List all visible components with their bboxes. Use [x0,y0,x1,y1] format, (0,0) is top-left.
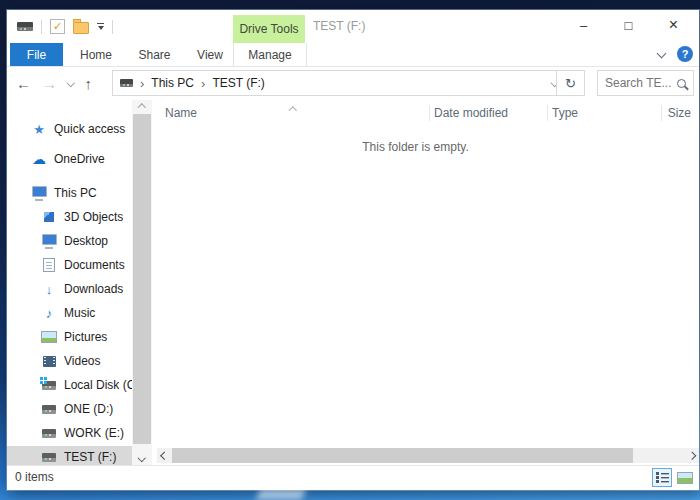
address-box[interactable]: › This PC › TEST (F:) [112,70,566,96]
horizontal-scrollbar[interactable] [157,448,699,463]
sidebar-item-label: OneDrive [54,152,105,166]
close-button[interactable]: × [651,10,696,40]
status-bar: 0 items [7,465,699,490]
file-explorer-window: ✓ Drive Tools TEST (F:) – □ × File Home … [7,10,699,490]
sidebar-item-downloads[interactable]: ↓ Downloads [7,278,132,300]
sidebar-item-this-pc[interactable]: This PC [7,182,132,204]
address-bar-row: ← → ↑ › This PC › TEST (F:) ↻ [7,67,699,99]
sidebar-item-music[interactable]: ♪ Music [7,302,132,324]
column-header-date-modified[interactable]: Date modified [430,100,547,126]
back-button[interactable]: ← [16,76,31,91]
refresh-button[interactable]: ↻ [556,70,585,96]
picture-icon [41,331,57,343]
sidebar-item-label: ONE (D:) [64,402,113,416]
thumbnails-view-button[interactable] [675,468,695,487]
drive-icon [41,453,57,462]
sidebar-item-documents[interactable]: Documents [7,254,132,276]
help-button[interactable]: ? [677,46,693,62]
film-icon [41,356,57,367]
star-icon: ★ [31,123,47,136]
breadcrumb-test-drive[interactable]: TEST (F:) [212,76,264,90]
tab-share[interactable]: Share [127,43,182,66]
download-arrow-icon: ↓ [41,283,57,296]
column-header-row: Name Date modified Type Size [157,100,699,126]
details-view-button[interactable] [652,468,672,487]
forward-button[interactable]: → [42,76,57,91]
main-area: ★ Quick access ☁ OneDrive This PC 3D Obj… [7,100,699,466]
title-bar: ✓ Drive Tools TEST (F:) – □ × [7,10,699,43]
breadcrumb-this-pc[interactable]: This PC [151,76,194,90]
scroll-down-button[interactable] [132,451,152,464]
chevron-right-icon [688,452,696,460]
up-button[interactable]: ↑ [85,76,93,91]
drive-icon [120,79,133,87]
sidebar-item-videos[interactable]: Videos [7,350,132,372]
search-icon[interactable] [677,79,686,88]
items-count: 0 items [15,470,54,484]
sidebar-item-label: WORK (E:) [64,426,124,440]
column-header-type[interactable]: Type [548,100,661,126]
chevron-left-icon [161,452,169,460]
recent-locations-chevron-icon[interactable] [67,79,75,87]
new-folder-button[interactable] [73,22,89,34]
monitor-icon [31,186,47,200]
document-icon [41,258,57,272]
chevron-up-icon [138,104,146,112]
search-input[interactable] [598,76,677,90]
sidebar-item-label: Local Disk (C:) [64,378,143,392]
navigation-buttons: ← → ↑ [16,67,92,99]
scroll-right-button[interactable] [684,453,699,459]
minimize-ribbon-chevron-icon[interactable] [657,49,667,59]
sidebar-item-label: Pictures [64,330,107,344]
customize-toolbar-dropdown[interactable] [97,23,104,31]
chevron-down-icon [138,454,146,462]
drive-icon [41,405,57,414]
sidebar-item-one-d[interactable]: ONE (D:) [7,398,132,420]
thumbnail-icon [677,472,693,484]
properties-button[interactable]: ✓ [50,19,65,34]
scrollbar-thumb[interactable] [172,448,633,463]
drive-icon [17,22,33,31]
sidebar-item-label: Documents [64,258,125,272]
chevron-down-icon [98,26,104,30]
sidebar-item-label: Videos [64,354,100,368]
sidebar-item-3d-objects[interactable]: 3D Objects [7,206,132,228]
sidebar-item-work-e[interactable]: WORK (E:) [7,422,132,444]
ribbon-tab-row: File Home Share View Manage ? [7,43,699,67]
bar-icon [97,23,104,25]
toolbar-separator [41,20,42,34]
cloud-icon: ☁ [31,152,47,166]
sidebar-item-pictures[interactable]: Pictures [7,326,132,348]
sidebar-item-onedrive[interactable]: ☁ OneDrive [7,148,132,170]
cube-icon [41,212,57,222]
sidebar-item-label: Quick access [54,122,125,136]
sort-ascending-icon [290,102,296,116]
drive-tools-contextual-tab[interactable]: Drive Tools [233,15,305,43]
breadcrumb-chevron-icon[interactable]: › [201,76,205,91]
sidebar-item-label: Downloads [64,282,123,296]
scroll-left-button[interactable] [157,453,172,459]
scrollbar-thumb[interactable] [133,114,151,444]
maximize-button[interactable]: □ [606,10,651,40]
tab-home[interactable]: Home [67,43,125,66]
sidebar-item-label: Desktop [64,234,108,248]
tab-manage[interactable]: Manage [233,43,307,66]
tab-view[interactable]: View [184,43,236,66]
scrollbar-track[interactable] [172,448,684,463]
window-controls: – □ × [561,10,696,40]
sidebar-item-local-disk-c[interactable]: Local Disk (C:) [7,374,132,396]
column-header-size[interactable]: Size [662,100,699,126]
sidebar-scrollbar[interactable] [132,100,152,466]
scroll-up-button[interactable] [132,101,152,114]
sidebar-item-quick-access[interactable]: ★ Quick access [7,118,132,140]
windows-drive-icon [41,381,57,390]
tab-file[interactable]: File [10,43,63,66]
drive-icon [41,429,57,438]
music-note-icon: ♪ [41,307,57,320]
sidebar-item-label: 3D Objects [64,210,123,224]
sidebar-item-desktop[interactable]: Desktop [7,230,132,252]
sidebar-item-label: This PC [54,186,97,200]
breadcrumb-chevron-icon[interactable]: › [140,76,144,91]
view-switcher [652,468,695,487]
minimize-button[interactable]: – [561,10,606,40]
